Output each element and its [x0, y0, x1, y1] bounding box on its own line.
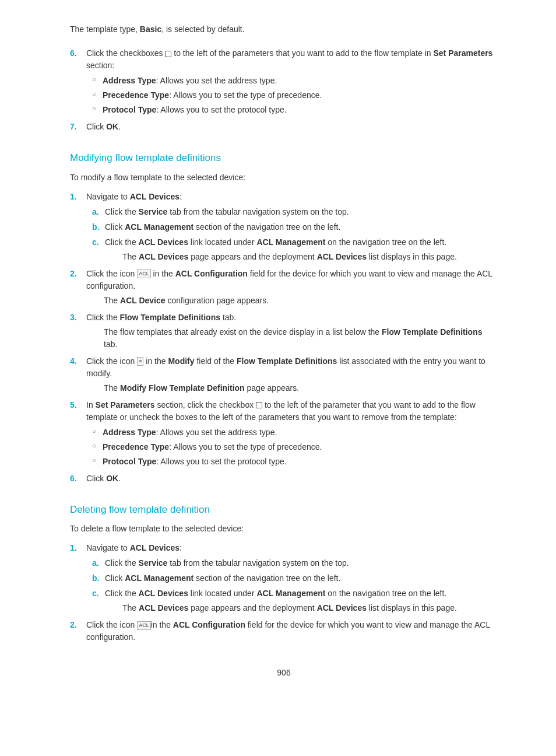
- modifying-step-5-text: In Set Parameters section, click the che…: [86, 400, 476, 422]
- mod-bullet-protocol: Protocol Type: Allows you to set the pro…: [92, 456, 498, 468]
- mod-bullet-precedence: Precedence Type: Allows you to set the t…: [92, 441, 498, 453]
- top-intro-text: The template type, Basic, is selected by…: [70, 23, 498, 36]
- deleting-step-1-note: The ACL Devices page appears and the dep…: [122, 602, 498, 614]
- modifying-step-6-text: Click OK.: [86, 474, 121, 483]
- modifying-step-2-note: The ACL Device configuration page appear…: [104, 295, 498, 307]
- modifying-step-5: In Set Parameters section, click the che…: [70, 399, 498, 468]
- deleting-sub-a: Click the Service tab from the tabular n…: [92, 557, 498, 569]
- bullet-precedence-type: Precedence Type: Allows you to set the t…: [92, 89, 498, 102]
- mod-bullet-address: Address Type: Allows you set the address…: [92, 426, 498, 439]
- modifying-sub-c: Click the ACL Devices link located under…: [92, 236, 498, 263]
- deleting-sub-c: Click the ACL Devices link located under…: [92, 587, 498, 614]
- modifying-intro: To modify a flow template to the selecte…: [70, 172, 498, 184]
- modifying-step-3-text: Click the Flow Template Definitions tab.: [86, 313, 236, 322]
- modify-icon: ≡: [137, 357, 143, 366]
- modifying-step-6: Click OK.: [70, 473, 498, 485]
- page-container: The template type, Basic, is selected by…: [0, 0, 556, 756]
- step-6-bullets: Address Type: Allows you set the address…: [92, 75, 498, 116]
- step-6-text: Click the checkboxes to the left of the …: [86, 48, 492, 70]
- deleting-intro: To delete a flow template to the selecte…: [70, 523, 498, 535]
- deleting-sub-b: Click ACL Management section of the navi…: [92, 572, 498, 584]
- acl-icon: ACL: [137, 270, 151, 278]
- modifying-step-1-text: Navigate to ACL Devices:: [86, 192, 182, 201]
- acl-icon-2: ACL: [137, 621, 151, 630]
- checkbox-icon-2: [256, 402, 262, 408]
- checkbox-icon: [165, 51, 171, 57]
- modifying-step-1: Navigate to ACL Devices: Click the Servi…: [70, 191, 498, 263]
- modifying-heading: Modifying flow template definitions: [70, 150, 498, 166]
- modifying-sub-a: Click the Service tab from the tabular n…: [92, 206, 498, 218]
- modifying-steps-list: Navigate to ACL Devices: Click the Servi…: [70, 191, 498, 485]
- deleting-step-1-substeps: Click the Service tab from the tabular n…: [92, 557, 498, 614]
- modifying-step-1-substeps: Click the Service tab from the tabular n…: [92, 206, 498, 263]
- modifying-step-2-text: Click the icon ACL in the ACL Configurat…: [86, 269, 492, 290]
- modifying-step-5-bullets: Address Type: Allows you set the address…: [92, 426, 498, 468]
- modifying-step-4-text: Click the icon ≡ in the Modify field of …: [86, 356, 485, 378]
- deleting-heading: Deleting flow template definition: [70, 502, 498, 517]
- modifying-sub-b: Click ACL Management section of the navi…: [92, 221, 498, 233]
- deleting-step-1-text: Navigate to ACL Devices:: [86, 543, 182, 552]
- deleting-step-2: Click the icon ACLin the ACL Configurati…: [70, 619, 498, 643]
- deleting-steps-list: Navigate to ACL Devices: Click the Servi…: [70, 542, 498, 643]
- bullet-address-type: Address Type: Allows you set the address…: [92, 75, 498, 87]
- list-item-6: Click the checkboxes to the left of the …: [70, 47, 498, 116]
- bullet-protocol-type: Protocol Type: Allows you to set the pro…: [92, 104, 498, 116]
- page-number: 906: [70, 667, 498, 679]
- modifying-step-4: Click the icon ≡ in the Modify field of …: [70, 355, 498, 394]
- modifying-step-2: Click the icon ACL in the ACL Configurat…: [70, 268, 498, 307]
- list-item-7: Click OK.: [70, 121, 498, 133]
- modifying-step-1-note: The ACL Devices page appears and the dep…: [122, 251, 498, 263]
- modifying-step-3-note: The flow templates that already exist on…: [104, 326, 498, 351]
- step-7-text: Click OK.: [86, 122, 121, 131]
- pre-section-list: Click the checkboxes to the left of the …: [70, 47, 498, 133]
- modifying-step-3: Click the Flow Template Definitions tab.…: [70, 312, 498, 351]
- modifying-step-4-note: The Modify Flow Template Definition page…: [104, 382, 498, 394]
- deleting-step-2-text: Click the icon ACLin the ACL Configurati…: [86, 620, 490, 642]
- deleting-step-1: Navigate to ACL Devices: Click the Servi…: [70, 542, 498, 614]
